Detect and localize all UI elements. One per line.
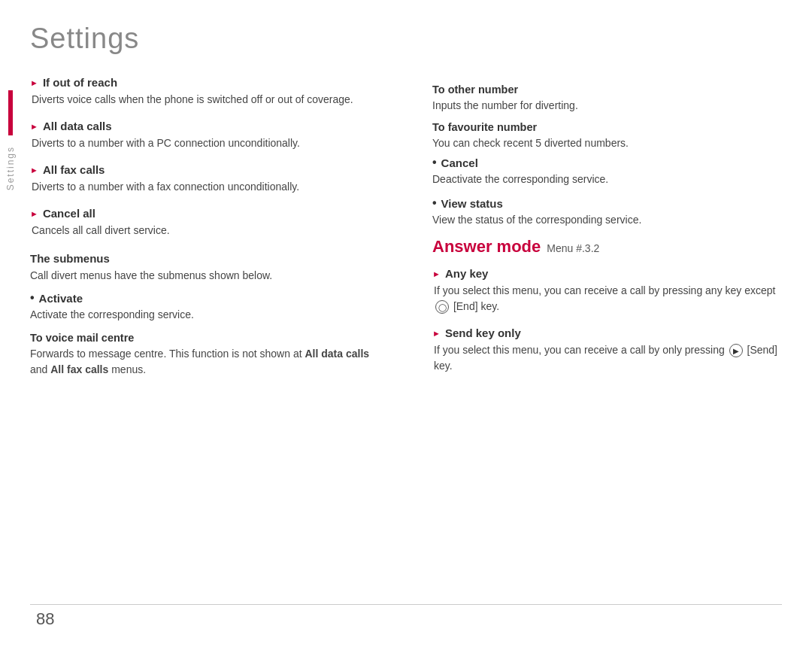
arrow-icon: ► bbox=[30, 78, 38, 87]
answer-mode-menu: Menu #.3.2 bbox=[547, 242, 599, 254]
end-key-icon: ◯ bbox=[435, 300, 449, 314]
left-column: ► If out of reach Diverts voice calls wh… bbox=[30, 76, 395, 386]
bullet-dot-icon: • bbox=[30, 291, 35, 305]
menu-item-all-fax-calls: ► All fax calls Diverts to a number with… bbox=[30, 163, 380, 195]
page-number: 88 bbox=[36, 609, 54, 629]
menu-item-all-data-calls: ► All data calls Diverts to a number wit… bbox=[30, 120, 380, 151]
arrow-icon: ► bbox=[30, 122, 38, 131]
sub-heading-favourite-number: To favourite number bbox=[432, 121, 782, 133]
submenus-desc: Call divert menus have the submenus show… bbox=[30, 268, 380, 284]
bullet-item-view-status: • View status View the status of the cor… bbox=[432, 196, 782, 228]
answer-mode-section: Answer mode Menu #.3.2 bbox=[432, 237, 782, 257]
submenus-heading: The submenus bbox=[30, 252, 380, 265]
bottom-divider bbox=[30, 604, 782, 605]
send-key-only-desc: If you select this menu, you can receive… bbox=[432, 342, 782, 374]
sub-desc-favourite-number: You can check recent 5 diverted numbers. bbox=[432, 135, 782, 151]
bullet-dot-icon: • bbox=[432, 156, 437, 169]
bullet-item-activate: • Activate Activate the corresponding se… bbox=[30, 291, 380, 323]
menu-item-if-out-of-reach: ► If out of reach Diverts voice calls wh… bbox=[30, 76, 380, 108]
menu-item-send-key-only: ► Send key only If you select this menu,… bbox=[432, 327, 782, 374]
sidebar-bar bbox=[8, 90, 13, 135]
sub-desc-voice-mail: Forwards to message centre. This functio… bbox=[30, 346, 380, 378]
sub-heading-voice-mail: To voice mail centre bbox=[30, 332, 380, 344]
bullet-dot-icon: • bbox=[432, 196, 437, 210]
right-column: To other number Inputs the number for di… bbox=[425, 76, 782, 386]
arrow-icon: ► bbox=[30, 209, 38, 218]
menu-item-any-key: ► Any key If you select this menu, you c… bbox=[432, 267, 782, 314]
arrow-icon: ► bbox=[432, 269, 441, 278]
send-key-icon: ▶ bbox=[729, 344, 743, 357]
sidebar-tab: Settings bbox=[0, 90, 21, 211]
sub-desc-other-number: Inputs the number for diverting. bbox=[432, 98, 782, 114]
arrow-icon: ► bbox=[30, 166, 38, 175]
bullet-item-cancel: • Cancel Deactivate the corresponding se… bbox=[432, 156, 782, 187]
arrow-icon: ► bbox=[432, 329, 441, 338]
sub-heading-other-number: To other number bbox=[432, 84, 782, 96]
menu-item-cancel-all: ► Cancel all Cancels all call divert ser… bbox=[30, 207, 380, 238]
page-title: Settings bbox=[30, 23, 782, 55]
sidebar-label: Settings bbox=[5, 146, 16, 190]
answer-mode-title: Answer mode bbox=[432, 237, 541, 257]
any-key-desc: If you select this menu, you can receive… bbox=[432, 283, 782, 314]
